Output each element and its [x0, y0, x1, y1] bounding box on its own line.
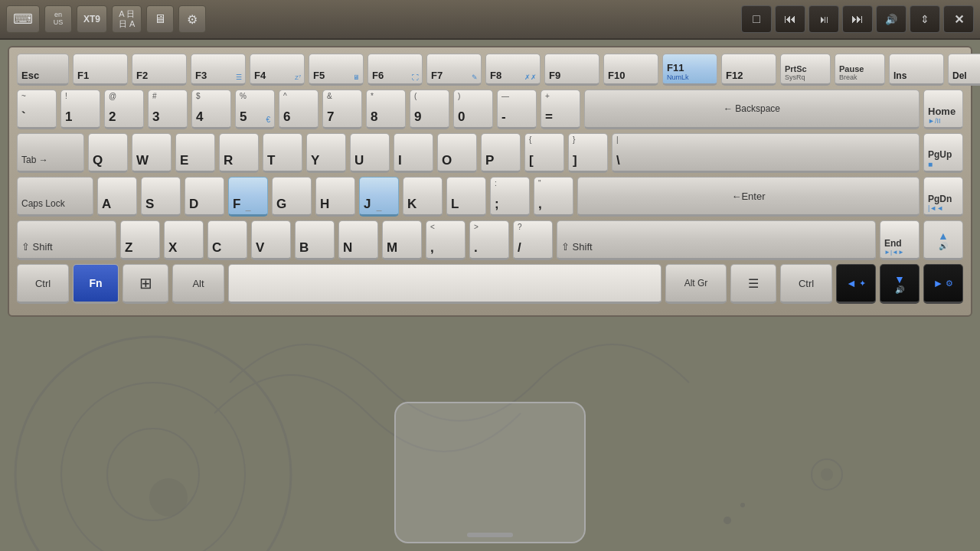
key-f2[interactable]: F2 — [132, 54, 187, 86]
key-2[interactable]: @ 2 — [104, 90, 144, 129]
language-button[interactable]: en US — [44, 5, 72, 33]
key-tab[interactable]: Tab → — [17, 133, 84, 173]
key-backslash[interactable]: | \ — [612, 133, 920, 173]
key-home[interactable]: Home ►/II — [923, 90, 963, 129]
key-slash[interactable]: ? / — [513, 220, 553, 260]
key-f7[interactable]: F7 ✎ — [426, 54, 482, 86]
key-r[interactable]: R — [219, 133, 259, 173]
key-nav-play-settings[interactable]: ► ⚙ — [923, 264, 963, 304]
key-i[interactable]: I — [394, 133, 433, 173]
key-enter[interactable]: ←Enter — [577, 177, 920, 217]
key-f10[interactable]: F10 — [603, 54, 658, 86]
key-del[interactable]: Del — [948, 54, 980, 86]
key-lshift[interactable]: ⇧ Shift — [17, 220, 116, 260]
key-q[interactable]: Q — [88, 133, 128, 173]
key-nav-down-vol[interactable]: ▼ 🔊 — [880, 264, 920, 304]
xt9-button[interactable]: XT9 — [77, 5, 107, 33]
key-menu[interactable]: ☰ — [730, 264, 776, 304]
key-lbracket[interactable]: { [ — [524, 133, 564, 173]
key-prtsc[interactable]: PrtSc SysRq — [780, 54, 831, 86]
key-rshift[interactable]: ⇧ Shift — [557, 220, 876, 260]
key-minus[interactable]: — - — [497, 90, 537, 129]
key-m[interactable]: M — [382, 220, 422, 260]
volume-button[interactable]: 🔊 — [876, 5, 906, 33]
key-ins[interactable]: Ins — [889, 54, 944, 86]
key-5[interactable]: % 5 € — [235, 90, 275, 129]
key-fn[interactable]: Fn — [73, 264, 119, 304]
key-altgr[interactable]: Alt Gr — [665, 264, 727, 304]
key-f3[interactable]: F3 ☰ — [191, 54, 246, 86]
key-j[interactable]: J _ — [359, 177, 399, 217]
key-6[interactable]: ^ 6 — [279, 90, 318, 129]
key-pgup[interactable]: PgUp ■ — [923, 133, 963, 173]
key-pgdn[interactable]: PgDn |◄◄ — [923, 177, 963, 217]
key-space[interactable] — [228, 264, 662, 304]
key-pause[interactable]: Pause Break — [835, 54, 885, 86]
key-period[interactable]: > . — [469, 220, 509, 260]
key-s[interactable]: S — [141, 177, 181, 217]
key-f12[interactable]: F12 — [721, 54, 776, 86]
key-v[interactable]: V — [251, 220, 291, 260]
key-nav-left-dim[interactable]: ◄ ✦ — [836, 264, 876, 304]
key-c[interactable]: C — [207, 220, 247, 260]
key-backspace[interactable]: ← Backspace — [584, 90, 920, 129]
key-x[interactable]: X — [164, 220, 204, 260]
key-f5[interactable]: F5 🖥 — [309, 54, 364, 86]
key-f8[interactable]: F8 ✗✗ — [485, 54, 541, 86]
key-f11[interactable]: F11 NumLk — [662, 54, 717, 86]
key-4[interactable]: $ 4 — [191, 90, 231, 129]
key-equals[interactable]: + = — [541, 90, 580, 129]
close-button[interactable]: ✕ — [943, 5, 974, 33]
key-a[interactable]: A — [97, 177, 137, 217]
key-semicolon[interactable]: : ; — [490, 177, 530, 217]
key-f9[interactable]: F9 — [544, 54, 599, 86]
key-win[interactable]: ⊞ — [122, 264, 168, 304]
key-z[interactable]: Z — [120, 220, 160, 260]
key-o[interactable]: O — [437, 133, 477, 173]
key-w[interactable]: W — [132, 133, 172, 173]
key-y[interactable]: Y — [306, 133, 346, 173]
arrows-button[interactable]: ⇕ — [910, 5, 940, 33]
key-ctrl-left[interactable]: Ctrl — [17, 264, 69, 304]
key-f6[interactable]: F6 ⛶ — [368, 54, 423, 86]
key-d[interactable]: D — [185, 177, 224, 217]
key-1[interactable]: ! 1 — [60, 90, 100, 129]
key-comma[interactable]: < , — [426, 220, 466, 260]
key-u[interactable]: U — [350, 133, 390, 173]
key-l[interactable]: L — [446, 177, 486, 217]
key-e[interactable]: E — [175, 133, 215, 173]
key-9[interactable]: ( 9 — [410, 90, 449, 129]
next-track-button[interactable]: ⏭ — [842, 5, 873, 33]
key-f1[interactable]: F1 — [73, 54, 128, 86]
key-0[interactable]: ) 0 — [453, 90, 493, 129]
key-k[interactable]: K — [403, 177, 443, 217]
square-button[interactable]: □ — [741, 5, 772, 33]
key-tilde[interactable]: ~ ` — [17, 90, 57, 129]
play-pause-button[interactable]: ⏯ — [808, 5, 839, 33]
key-up-vol[interactable]: ▲ 🔊 — [923, 220, 963, 260]
touchpad[interactable] — [394, 402, 586, 543]
key-8[interactable]: * 8 — [366, 90, 406, 129]
key-f4[interactable]: F4 Z⁷ — [250, 54, 305, 86]
key-g[interactable]: G — [272, 177, 312, 217]
key-capslock[interactable]: Caps Lock — [17, 177, 93, 217]
key-alt[interactable]: Alt — [172, 264, 224, 304]
key-esc[interactable]: Esc — [17, 54, 69, 86]
key-b[interactable]: B — [295, 220, 335, 260]
key-3[interactable]: # 3 — [148, 90, 188, 129]
key-ctrl-right[interactable]: Ctrl — [780, 264, 832, 304]
chars-button[interactable]: A 日 日 A — [112, 5, 142, 33]
key-rbracket[interactable]: } ] — [568, 133, 608, 173]
key-end[interactable]: End ►|◄► — [880, 220, 920, 260]
keyboard-icon-button[interactable]: ⌨ — [6, 5, 40, 33]
key-t[interactable]: T — [263, 133, 302, 173]
key-h[interactable]: H — [315, 177, 355, 217]
monitor-button[interactable]: 🖥 — [146, 5, 174, 33]
key-p[interactable]: P — [481, 133, 521, 173]
key-quote[interactable]: " , — [534, 177, 573, 217]
key-7[interactable]: & 7 — [322, 90, 362, 129]
gear-button[interactable]: ⚙ — [178, 5, 206, 33]
key-n[interactable]: N — [338, 220, 378, 260]
prev-track-button[interactable]: ⏮ — [775, 5, 805, 33]
key-f[interactable]: F _ — [228, 177, 268, 217]
